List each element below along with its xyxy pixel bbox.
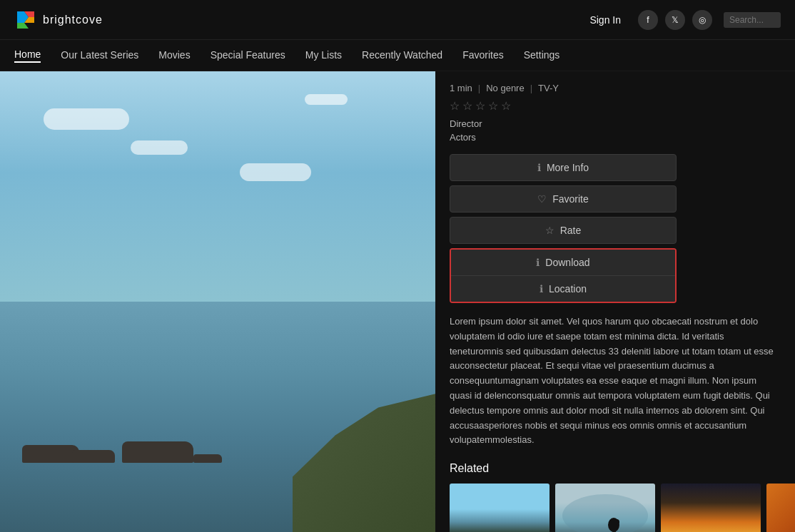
description-text: Lorem ipsum dolor sit amet. Vel quos har… [450,314,778,448]
related-grid [450,484,781,532]
meta-row: 1 min | No genre | TV-Y [450,83,781,93]
star-3[interactable]: ☆ [475,99,485,113]
nav-settings[interactable]: Settings [524,49,560,62]
favorite-label: Favorite [552,193,589,205]
instagram-icon[interactable]: ◎ [692,10,712,30]
related-thumb-1[interactable] [450,484,550,532]
video-area [0,71,435,532]
rate-label: Rate [560,225,582,236]
genre: No genre [486,83,524,93]
director-label: Director [450,118,482,129]
download-label: Download [545,257,589,268]
cloud-4 [305,94,348,105]
rock-1 [22,445,79,463]
cloud-2 [131,140,188,155]
nav-recently-watched[interactable]: Recently Watched [362,49,442,62]
star-icon: ☆ [545,225,555,236]
main-nav: Home Our Latest Series Movies Special Fe… [0,40,795,71]
rock-3 [122,441,193,463]
nav-home[interactable]: Home [14,48,41,63]
download-button[interactable]: ℹ Download [451,250,675,276]
logo-area: brightcove [14,9,103,31]
bird-svg [555,484,655,532]
social-icons: f 𝕏 ◎ [638,10,712,30]
rock-2 [72,450,115,463]
related-title: Related [450,462,781,475]
nav-favorites[interactable]: Favorites [462,49,504,62]
rocks-group [22,371,196,463]
brightcove-logo-icon [14,9,37,31]
actors-label: Actors [450,132,476,143]
related-section: Related [450,462,781,532]
stars-row: ☆ ☆ ☆ ☆ ☆ [450,99,781,113]
location-label: Location [549,283,587,295]
rock-4 [193,454,222,463]
related-thumb-2[interactable] [555,484,655,532]
location-icon: ℹ [540,283,543,295]
rating: TV-Y [538,83,559,93]
nav-our-latest-series[interactable]: Our Latest Series [61,49,138,62]
sep-1: | [478,83,480,93]
favorite-button[interactable]: ♡ Favorite [450,185,677,213]
info-icon: ℹ [537,162,541,173]
more-info-label: More Info [547,162,589,173]
cloud-1 [44,108,129,130]
svg-point-7 [614,519,619,525]
star-5[interactable]: ☆ [501,99,511,113]
location-button[interactable]: ℹ Location [451,276,675,302]
director-row: Director [450,118,781,129]
download-location-group: ℹ Download ℹ Location [450,248,677,303]
video-scene [0,71,435,532]
cloud-3 [240,163,311,181]
star-1[interactable]: ☆ [450,99,460,113]
sep-2: | [530,83,532,93]
detail-panel: 1 min | No genre | TV-Y ☆ ☆ ☆ ☆ ☆ Direct… [435,71,795,532]
actors-row: Actors [450,132,781,143]
rate-button[interactable]: ☆ Rate [450,217,677,244]
nav-special-features[interactable]: Special Features [211,49,285,62]
more-info-button[interactable]: ℹ More Info [450,154,677,181]
download-icon: ℹ [536,257,540,268]
related-thumb-4[interactable] [766,484,795,532]
header: brightcove Sign In f 𝕏 ◎ [0,0,795,40]
search-input[interactable] [724,12,781,28]
sign-in-button[interactable]: Sign In [589,14,621,26]
facebook-icon[interactable]: f [638,10,658,30]
main-content: 1 min | No genre | TV-Y ☆ ☆ ☆ ☆ ☆ Direct… [0,71,795,532]
svg-marker-3 [17,23,29,29]
star-4[interactable]: ☆ [488,99,498,113]
nav-my-lists[interactable]: My Lists [305,49,342,62]
star-2[interactable]: ☆ [462,99,472,113]
nav-movies[interactable]: Movies [158,49,190,62]
twitter-icon[interactable]: 𝕏 [665,10,685,30]
duration: 1 min [450,83,472,93]
svg-point-4 [562,494,648,532]
header-right: Sign In f 𝕏 ◎ [589,10,781,30]
action-buttons: ℹ More Info ♡ Favorite ☆ Rate ℹ Download… [450,154,781,303]
logo-text: brightcove [43,14,103,26]
heart-icon: ♡ [537,193,547,205]
related-thumb-3[interactable] [661,484,761,532]
